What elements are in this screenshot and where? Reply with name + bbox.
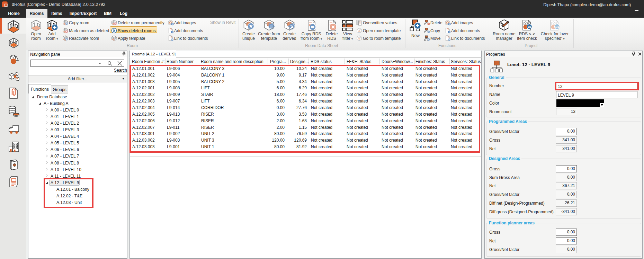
svg-text:1:1: 1:1 [555, 25, 559, 28]
svg-text:1:1: 1:1 [528, 25, 531, 28]
